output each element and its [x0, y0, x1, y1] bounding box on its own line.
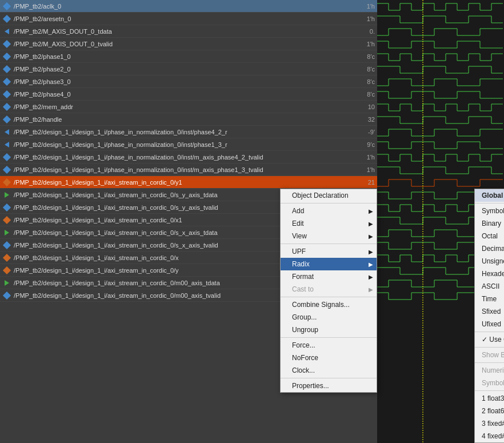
signal-name: /PMP_tb2/design_1_i/design_1_i/phase_in_… [14, 129, 350, 135]
signal-row[interactable]: /PMP_tb2/phase2_08'c [0, 63, 377, 75]
radix-menu-item[interactable]: 1 float32 [475, 392, 504, 405]
radix-menu-item[interactable]: ASCII [475, 280, 504, 293]
radix-menu-item[interactable]: Decimal [475, 242, 504, 255]
signal-row[interactable]: /PMP_tb2/design_1_i/design_1_i/phase_in_… [0, 138, 377, 151]
context-menu: Object DeclarationAdd▶Edit▶View▶UPF▶Radi… [280, 189, 377, 393]
signal-icon [2, 292, 11, 300]
signal-name: /PMP_tb2/aclk_0 [14, 3, 350, 10]
signal-name: /PMP_tb2/design_1_i/design_1_i/phase_in_… [14, 141, 350, 148]
signal-row[interactable]: /PMP_tb2/M_AXIS_DOUT_0_tvalid1'h [0, 38, 377, 50]
context-menu-item[interactable]: Ungroup [281, 324, 377, 336]
signal-value: 8'c [352, 78, 375, 85]
signal-icon [2, 2, 11, 10]
context-menu-item[interactable]: Clock... [281, 364, 377, 377]
context-menu-item[interactable]: View▶ [281, 230, 377, 242]
signal-icon [2, 191, 11, 199]
context-menu-item[interactable]: UPF▶ [281, 245, 377, 258]
signal-row[interactable]: /PMP_tb2/design_1_i/design_1_i/phase_in_… [0, 151, 377, 163]
radix-menu-item: Numeric Enums [475, 364, 504, 377]
signal-icon [2, 78, 11, 86]
signal-icon [2, 15, 11, 23]
radix-item-label: ASCII [482, 282, 504, 290]
signal-icon [2, 65, 11, 73]
radix-menu-item[interactable]: 3 fixed#29#decimal#signed [475, 417, 504, 430]
context-menu-item[interactable]: Properties... [281, 380, 377, 392]
context-menu-item[interactable]: Object Declaration [281, 189, 377, 202]
radix-menu-item[interactable]: Binary [475, 217, 504, 230]
menu-separator [281, 337, 377, 338]
signal-row[interactable]: /PMP_tb2/aclk_01'h [0, 0, 377, 13]
radix-menu-item: Show Base [475, 349, 504, 361]
signal-row[interactable]: /PMP_tb2/handle32 [0, 113, 377, 126]
radix-item-label: Octal [482, 232, 504, 240]
radix-item-label: Global Signal Radix... [482, 191, 504, 199]
context-menu-item[interactable]: Force... [281, 339, 377, 352]
radix-menu-item[interactable]: Time [475, 293, 504, 305]
signal-value: 32 [352, 116, 375, 123]
radix-menu-item[interactable]: 2 float64 [475, 405, 504, 417]
radix-item-label: Show Base [482, 351, 504, 359]
signal-row[interactable]: /PMP_tb2/design_1_i/design_1_i/axi_strea… [0, 176, 377, 189]
menu-separator [475, 347, 504, 348]
signal-icon [2, 153, 11, 161]
signal-row[interactable]: /PMP_tb2/phase4_08'c [0, 88, 377, 101]
context-menu-item[interactable]: Radix▶ [281, 258, 377, 270]
signal-value: 8'c [352, 91, 375, 98]
signal-value: 1'h [352, 41, 375, 47]
radix-item-label: Numeric Enums [482, 366, 504, 374]
radix-item-label: Unsigned [482, 257, 504, 265]
radix-menu-item[interactable]: Hexadecimal [475, 268, 504, 280]
submenu-arrow-icon: ▶ [369, 249, 373, 255]
radix-menu-item[interactable]: Octal [475, 230, 504, 242]
signal-row[interactable]: /PMP_tb2/design_1_i/design_1_i/phase_in_… [0, 163, 377, 176]
signal-icon [2, 254, 11, 262]
signal-icon [2, 178, 11, 186]
signal-icon [2, 141, 11, 149]
signal-icon [2, 115, 11, 123]
signal-row[interactable]: /PMP_tb2/phase3_08'c [0, 75, 377, 88]
signal-name: /PMP_tb2/phase4_0 [14, 91, 350, 98]
signal-icon [2, 279, 11, 287]
context-menu-item[interactable]: Combine Signals... [281, 298, 377, 311]
signal-name: /PMP_tb2/aresetn_0 [14, 15, 350, 22]
signal-name: /PMP_tb2/design_1_i/design_1_i/axi_strea… [14, 179, 350, 186]
signal-row[interactable]: /PMP_tb2/M_AXIS_DOUT_0_tdata0. [0, 25, 377, 38]
context-menu-item[interactable]: Add▶ [281, 205, 377, 217]
signal-value: 1'h [352, 166, 375, 173]
menu-item-label: Combine Signals... [292, 301, 367, 309]
radix-menu-item[interactable]: Global Signal Radix... [475, 189, 504, 202]
submenu-arrow-icon: ▶ [369, 208, 373, 214]
context-menu-item[interactable]: Edit▶ [281, 217, 377, 230]
signal-row[interactable]: /PMP_tb2/design_1_i/design_1_i/phase_in_… [0, 126, 377, 138]
menu-separator [281, 203, 377, 203]
context-menu-item[interactable]: Format▶ [281, 270, 377, 283]
context-menu-item[interactable]: Group... [281, 311, 377, 324]
signal-name: /PMP_tb2/design_1_i/design_1_i/phase_in_… [14, 166, 350, 173]
signal-row[interactable]: /PMP_tb2/phase1_08'c [0, 50, 377, 63]
menu-separator [281, 244, 377, 244]
context-menu-item: Cast to▶ [281, 283, 377, 296]
signal-icon [2, 103, 11, 111]
signal-icon [2, 128, 11, 136]
signal-icon [2, 229, 11, 237]
signal-value: 1'h [352, 154, 375, 161]
context-menu-item[interactable]: NoForce [281, 352, 377, 364]
signal-row[interactable]: /PMP_tb2/aresetn_01'h [0, 13, 377, 25]
signal-icon [2, 216, 11, 224]
radix-menu-item[interactable]: Sfixed [475, 305, 504, 318]
radix-menu-item[interactable]: 4 fixed#20#decimal#signed [475, 430, 504, 442]
signal-row[interactable]: /PMP_tb2/mem_addr10 [0, 101, 377, 113]
radix-menu-item[interactable]: Unsigned [475, 255, 504, 268]
radix-menu-item[interactable]: Ufixed [475, 318, 504, 330]
menu-item-label: Clock... [292, 366, 367, 374]
signal-icon [2, 27, 11, 35]
radix-menu-item[interactable]: Symbolic [475, 205, 504, 217]
signal-value: 9'c [352, 141, 375, 148]
signal-name: /PMP_tb2/mem_addr [14, 103, 350, 110]
radix-menu-item[interactable]: ✓ Use Global Setting [475, 333, 504, 346]
radix-item-label: Sfixed [482, 308, 504, 316]
signal-name: /PMP_tb2/M_AXIS_DOUT_0_tvalid [14, 41, 350, 47]
menu-item-label: Edit [292, 219, 367, 228]
signal-name: /PMP_tb2/M_AXIS_DOUT_0_tdata [14, 28, 350, 35]
radix-item-label: ✓ Use Global Setting [482, 336, 504, 344]
